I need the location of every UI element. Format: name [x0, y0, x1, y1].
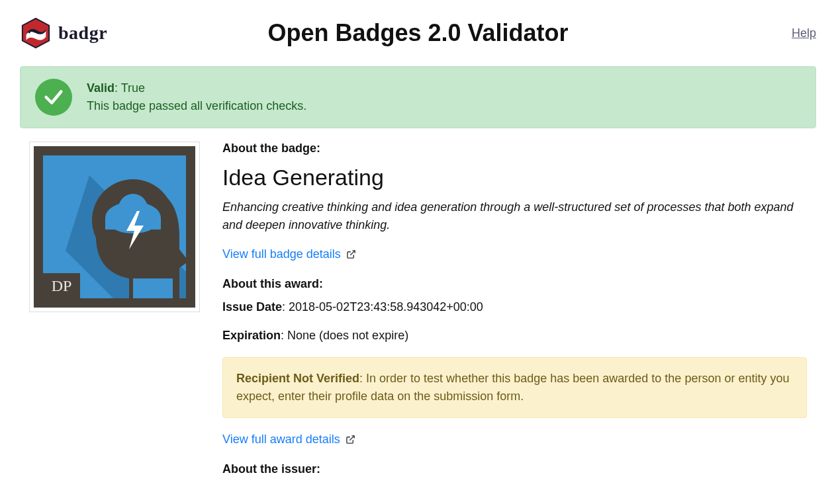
- issue-date-value: 2018-05-02T23:43:58.943042+00:00: [289, 300, 483, 314]
- view-award-details-link[interactable]: View full award details: [222, 433, 355, 446]
- badge-image-frame: DP: [29, 142, 200, 312]
- validation-success-alert: Valid: True This badge passed all verifi…: [20, 66, 816, 128]
- recipient-warning-alert: Recipient Not Verified: In order to test…: [222, 357, 807, 418]
- about-issuer-heading: About the issuer:: [222, 462, 807, 476]
- svg-rect-6: [133, 278, 173, 298]
- about-badge-heading: About the badge:: [222, 142, 807, 155]
- recipient-warning-label: Recipient Not Verified: [236, 372, 359, 385]
- svg-line-16: [350, 251, 355, 255]
- details-column: About the badge: Idea Generating Enhanci…: [222, 142, 807, 485]
- badge-description: Enhancing creative thinking and idea gen…: [222, 198, 807, 234]
- external-link-icon: [346, 435, 355, 444]
- expiration-value: None (does not expire): [287, 329, 408, 342]
- page-title: Open Badges 2.0 Validator: [267, 19, 568, 47]
- valid-label: Valid: [87, 81, 115, 95]
- help-link[interactable]: Help: [792, 26, 816, 40]
- view-award-details-label: View full award details: [222, 433, 340, 446]
- expiration-label: Expiration: [222, 329, 281, 342]
- view-badge-details-link[interactable]: View full badge details: [222, 247, 356, 261]
- svg-line-17: [349, 436, 354, 441]
- external-link-icon: [346, 249, 356, 259]
- expiration-line: Expiration: None (does not expire): [222, 329, 807, 343]
- issue-date-label: Issue Date: [222, 300, 282, 314]
- valid-message: This badge passed all verification check…: [87, 97, 306, 115]
- logo-text: badgr: [58, 22, 107, 44]
- badge-name: Idea Generating: [222, 165, 807, 190]
- about-award-heading: About this award:: [222, 277, 807, 291]
- validation-alert-text: Valid: True This badge passed all verifi…: [87, 79, 306, 115]
- logo[interactable]: badgr: [20, 17, 107, 49]
- page-header: badgr Open Badges 2.0 Validator Help: [20, 13, 816, 53]
- badgr-logo-icon: [20, 17, 52, 49]
- badge-image: DP: [34, 146, 195, 308]
- badge-dp-label: DP: [52, 277, 72, 294]
- svg-point-2: [28, 32, 30, 34]
- checkmark-icon: [35, 79, 72, 116]
- valid-value: True: [121, 81, 145, 95]
- issue-date-line: Issue Date: 2018-05-02T23:43:58.943042+0…: [222, 300, 807, 314]
- view-badge-details-label: View full badge details: [222, 247, 341, 261]
- svg-point-7: [169, 237, 176, 243]
- content: DP About the badge: Idea Generating Enha…: [20, 142, 816, 485]
